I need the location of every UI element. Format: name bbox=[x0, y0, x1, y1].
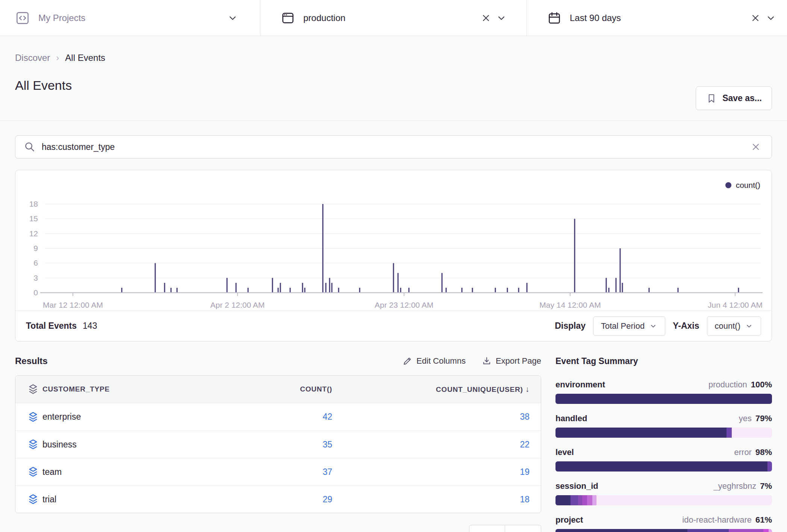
column-header-customer-type[interactable]: CUSTOMER_TYPE bbox=[42, 385, 208, 393]
tag-bar-segment bbox=[592, 495, 597, 505]
project-selector[interactable]: My Projects bbox=[0, 0, 260, 36]
display-dropdown[interactable]: Total Period bbox=[593, 316, 665, 336]
column-header-count[interactable]: COUNT() bbox=[208, 385, 344, 393]
search-bar bbox=[15, 135, 772, 159]
chart-spike bbox=[155, 263, 156, 293]
column-header-count-unique-label: COUNT_UNIQUE(USER) bbox=[436, 385, 523, 393]
chart-spike bbox=[322, 204, 324, 293]
event-tag-summary: Event Tag Summary environmentproduction1… bbox=[555, 352, 772, 532]
tag-distribution-bar[interactable] bbox=[555, 394, 772, 404]
x-axis-tick-label: May 14 12:00 AM bbox=[539, 301, 601, 309]
legend-label: count() bbox=[736, 181, 760, 190]
results-title: Results bbox=[15, 356, 48, 366]
chevron-down-icon bbox=[649, 322, 657, 330]
chart-legend-count[interactable]: count() bbox=[15, 170, 772, 192]
stack-icon bbox=[15, 466, 42, 478]
tag-bar-segment bbox=[726, 428, 732, 438]
chevron-down-icon bbox=[745, 322, 753, 330]
clear-environment-icon[interactable] bbox=[478, 13, 493, 23]
count-unique-link[interactable]: 18 bbox=[520, 494, 530, 504]
chart-spike bbox=[462, 288, 463, 293]
chart-spike bbox=[678, 288, 679, 293]
legend-dot-icon bbox=[725, 182, 731, 188]
table-row: team3719 bbox=[15, 458, 541, 485]
x-axis-tick-label: Apr 23 12:00 AM bbox=[375, 301, 433, 309]
stack-icon bbox=[15, 383, 42, 396]
tag-distribution-bar[interactable] bbox=[555, 529, 772, 532]
total-events-value: 143 bbox=[83, 321, 97, 331]
chart-spike bbox=[608, 288, 610, 293]
customer-type-cell: team bbox=[42, 467, 208, 477]
tag-name: environment bbox=[555, 380, 605, 390]
chart-spike bbox=[329, 278, 330, 293]
clear-search-icon[interactable] bbox=[748, 142, 763, 152]
chart-spike bbox=[248, 288, 249, 293]
x-axis-tick-label: Mar 12 12:00 AM bbox=[43, 301, 103, 309]
chevron-down-icon[interactable] bbox=[763, 12, 779, 24]
yaxis-dropdown-value: count() bbox=[715, 321, 740, 331]
chart-spike bbox=[177, 288, 178, 293]
tag-bar-segment bbox=[555, 428, 726, 438]
count-link[interactable]: 37 bbox=[322, 467, 332, 477]
save-as-button[interactable]: Save as... bbox=[696, 86, 772, 110]
event-tag-summary-title: Event Tag Summary bbox=[555, 352, 772, 370]
yaxis-label: Y-Axis bbox=[673, 321, 699, 331]
tag-top-value: ido-react-hardware bbox=[682, 515, 752, 525]
tag-bar-segment bbox=[732, 428, 772, 438]
chart-spike bbox=[393, 263, 394, 293]
chevron-down-icon[interactable] bbox=[225, 12, 241, 24]
export-page-label: Export Page bbox=[496, 356, 541, 366]
bookmark-icon bbox=[706, 93, 717, 104]
breadcrumb-separator: › bbox=[56, 53, 59, 63]
search-input[interactable] bbox=[42, 142, 748, 152]
tag-distribution-bar[interactable] bbox=[555, 495, 772, 505]
count-link[interactable]: 35 bbox=[322, 440, 332, 449]
column-header-count-unique[interactable]: COUNT_UNIQUE(USER)↓ bbox=[344, 385, 541, 394]
chart-spike bbox=[171, 288, 172, 293]
window-icon bbox=[281, 11, 295, 25]
breadcrumb-discover[interactable]: Discover bbox=[15, 53, 50, 63]
results-table-header: CUSTOMER_TYPE COUNT() COUNT_UNIQUE(USER)… bbox=[15, 376, 541, 403]
export-page-button[interactable]: Export Page bbox=[481, 356, 541, 366]
events-chart-card: count() 0369121518Mar 12 12:00 AMApr 2 1… bbox=[15, 170, 772, 342]
tag-block: session_id_yeghrsbnz7% bbox=[555, 481, 772, 505]
next-page-button[interactable] bbox=[505, 525, 541, 532]
tag-bar-segment bbox=[587, 495, 592, 505]
total-events-label: Total Events bbox=[26, 321, 77, 331]
tag-top-percent: 98% bbox=[755, 447, 772, 457]
chart-spike bbox=[236, 283, 237, 293]
tag-block: handledyes79% bbox=[555, 414, 772, 438]
chart-spike bbox=[325, 283, 327, 293]
chart-spike bbox=[472, 288, 473, 293]
edit-columns-button[interactable]: Edit Columns bbox=[402, 356, 466, 366]
chevron-down-icon[interactable] bbox=[493, 12, 509, 24]
clear-date-range-icon[interactable] bbox=[748, 13, 763, 23]
count-unique-link[interactable]: 38 bbox=[520, 412, 530, 422]
tag-bar-segment bbox=[555, 495, 571, 505]
tag-bar-segment bbox=[687, 529, 728, 532]
tag-top-value: error bbox=[734, 447, 752, 457]
y-axis-tick-label: 3 bbox=[33, 274, 38, 282]
chart-spike bbox=[400, 288, 401, 293]
count-unique-link[interactable]: 19 bbox=[520, 467, 530, 477]
chart-spike bbox=[616, 278, 617, 293]
table-row: trial2918 bbox=[15, 485, 541, 513]
count-link[interactable]: 29 bbox=[322, 494, 332, 504]
tag-name: handled bbox=[555, 414, 587, 423]
yaxis-dropdown[interactable]: count() bbox=[707, 316, 761, 336]
tag-distribution-bar[interactable] bbox=[555, 428, 772, 438]
tag-bar-segment bbox=[596, 495, 772, 505]
x-axis-tick-label: Apr 2 12:00 AM bbox=[210, 301, 265, 309]
environment-selector[interactable]: production bbox=[260, 0, 527, 36]
previous-page-button[interactable] bbox=[469, 525, 505, 532]
chart-spike bbox=[518, 288, 519, 293]
count-link[interactable]: 42 bbox=[322, 412, 332, 422]
tag-bar-segment bbox=[555, 529, 687, 532]
tag-distribution-bar[interactable] bbox=[555, 461, 772, 472]
stack-icon bbox=[15, 438, 42, 451]
count-unique-link[interactable]: 22 bbox=[520, 440, 530, 449]
date-range-selector[interactable]: Last 90 days bbox=[527, 0, 787, 36]
chart-spike bbox=[359, 288, 360, 293]
y-axis-tick-label: 0 bbox=[33, 288, 38, 297]
y-axis-tick-label: 18 bbox=[29, 200, 38, 208]
